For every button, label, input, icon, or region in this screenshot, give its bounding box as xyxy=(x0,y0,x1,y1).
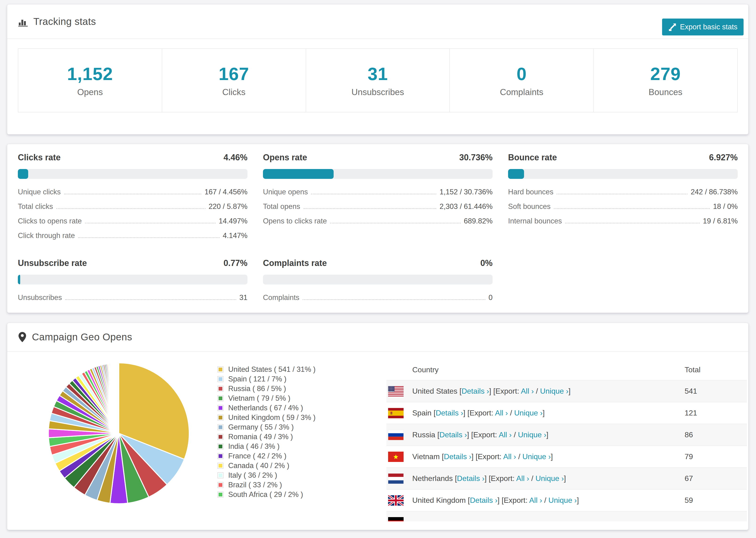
bracket: ] xyxy=(564,474,566,483)
export-unique-link[interactable]: Unique › xyxy=(522,452,551,461)
stat-box-complaints: 0Complaints xyxy=(449,48,594,112)
metric-value: 242 / 86.738% xyxy=(691,188,738,196)
legend-swatch xyxy=(217,414,224,421)
stat-label: Opens xyxy=(77,87,103,97)
dotted-leader xyxy=(85,223,215,224)
total-cell: 121 xyxy=(685,409,697,417)
total-cell: 67 xyxy=(685,474,693,483)
dotted-leader xyxy=(554,208,710,209)
opens-rate-block: Opens rate 30.736% Unique opens1,152 / 3… xyxy=(263,153,493,246)
complaints-rate-progressbar xyxy=(263,275,493,285)
clicks-rate-progressbar xyxy=(18,169,247,179)
geo-table-row-united-kingdom: United Kingdom [Details ›] [Export: All … xyxy=(387,489,747,511)
export-all-link[interactable]: All › xyxy=(503,452,516,461)
country-name: Russia xyxy=(412,430,437,439)
legend-item-france: France ( 42 / 2% ) xyxy=(217,451,315,461)
opens-rate-progressbar xyxy=(263,169,493,179)
export-all-link[interactable]: All › xyxy=(495,409,508,417)
legend-label: Brazil ( 33 / 2% ) xyxy=(228,481,282,489)
stat-value: 1,152 xyxy=(67,64,113,84)
export-unique-link[interactable]: Unique › xyxy=(514,409,543,417)
metric-value: 167 / 4.456% xyxy=(204,188,247,196)
legend-label: Canada ( 40 / 2% ) xyxy=(228,461,289,470)
legend-label: Romania ( 49 / 3% ) xyxy=(228,433,293,441)
export-all-link[interactable]: All › xyxy=(521,387,534,395)
separator: / xyxy=(516,452,522,461)
bracket: ] xyxy=(551,452,553,461)
legend-item-germany: Germany ( 55 / 3% ) xyxy=(217,422,315,432)
stat-value: 31 xyxy=(368,64,388,84)
bounce-rate-block: Bounce rate 6.927% Hard bounces242 / 86.… xyxy=(508,153,738,246)
rates-card: Clicks rate 4.46% Unique clicks167 / 4.4… xyxy=(7,144,748,313)
export-all-link[interactable]: All › xyxy=(499,430,512,439)
legend-label: Germany ( 55 / 3% ) xyxy=(228,423,294,431)
stat-value: 279 xyxy=(650,64,681,84)
legend-item-spain: Spain ( 121 / 7% ) xyxy=(217,374,315,384)
total-cell: 79 xyxy=(685,452,693,461)
metric-row: Unsubscribes31 xyxy=(18,294,247,302)
export-unique-link[interactable]: Unique › xyxy=(518,430,546,439)
vn-flag-icon xyxy=(388,452,404,462)
bracket: ] xyxy=(485,474,489,483)
campaign-geo-opens-card: Campaign Geo Opens United States ( 541 /… xyxy=(7,323,748,530)
details-link[interactable]: Details › xyxy=(444,452,471,461)
bracket: ] xyxy=(546,430,549,439)
metric-label: Unique clicks xyxy=(18,188,61,196)
clicks-rate-title: Clicks rate xyxy=(18,153,61,162)
export-prefix: [Export: xyxy=(476,452,503,461)
legend-swatch xyxy=(217,463,224,469)
export-prefix: [Export: xyxy=(502,496,529,505)
export-all-link[interactable]: All › xyxy=(516,474,529,483)
export-unique-link[interactable]: Unique › xyxy=(549,496,577,505)
de-flag-icon xyxy=(388,517,404,521)
country-cell: Netherlands [Details ›] [Export: All › /… xyxy=(412,474,566,483)
legend-swatch xyxy=(217,405,224,411)
metric-value: 31 xyxy=(240,294,247,302)
legend-item-romania: Romania ( 49 / 3% ) xyxy=(217,432,315,442)
geo-table-row-united-states: United States [Details ›] [Export: All ›… xyxy=(387,380,747,402)
bounce-rate-title: Bounce rate xyxy=(508,153,557,162)
legend-item-united-kingdom: United Kingdom ( 59 / 3% ) xyxy=(217,413,315,422)
export-all-link[interactable]: All › xyxy=(529,496,542,505)
country-name: United States xyxy=(412,387,459,395)
opens-rate-value: 30.736% xyxy=(459,153,493,162)
metric-value: 0 xyxy=(489,294,493,302)
opens-rate-title: Opens rate xyxy=(263,153,307,162)
geo-table-header: Country Total xyxy=(387,359,747,380)
details-link[interactable]: Details › xyxy=(470,496,497,505)
metric-label: Complaints xyxy=(263,294,299,302)
separator: / xyxy=(508,409,514,417)
metric-row: Hard bounces242 / 86.738% xyxy=(508,188,738,196)
details-link[interactable]: Details › xyxy=(440,430,467,439)
legend-label: India ( 46 / 3% ) xyxy=(228,442,280,451)
metric-row: Unique clicks167 / 4.456% xyxy=(18,188,247,196)
details-link[interactable]: Details › xyxy=(461,387,489,395)
bracket: ] xyxy=(471,452,476,461)
export-unique-link[interactable]: Unique › xyxy=(540,387,568,395)
metric-label: Total opens xyxy=(263,202,300,211)
rates-grid-top: Clicks rate 4.46% Unique clicks167 / 4.4… xyxy=(18,153,738,246)
legend-swatch xyxy=(217,395,224,402)
export-basic-stats-button[interactable]: Export basic stats xyxy=(662,19,743,35)
export-unique-link[interactable]: Unique › xyxy=(536,474,564,483)
rates-grid-empty-cell xyxy=(508,258,738,308)
dotted-leader xyxy=(311,194,436,194)
us-flag-icon xyxy=(388,386,404,397)
details-link[interactable]: Details › xyxy=(436,409,463,417)
complaints-rate-metrics: Complaints0 xyxy=(263,294,493,302)
export-prefix: [Export: xyxy=(471,430,499,439)
nl-flag-icon xyxy=(388,473,404,484)
bracket: [ xyxy=(459,387,461,395)
dotted-leader xyxy=(64,194,201,194)
legend-swatch xyxy=(217,453,224,459)
export-button-label: Export basic stats xyxy=(680,23,737,31)
geo-table-row-de xyxy=(387,511,747,521)
geo-table-row-spain: Spain [Details ›] [Export: All › / Uniqu… xyxy=(387,402,747,424)
country-cell: United States [Details ›] [Export: All ›… xyxy=(412,387,570,396)
legend-swatch xyxy=(217,443,224,450)
metric-row: Clicks to opens rate14.497% xyxy=(18,217,247,225)
clicks-rate-metrics: Unique clicks167 / 4.456%Total clicks220… xyxy=(18,188,247,240)
metric-row: Opens to clicks rate689.82% xyxy=(263,217,493,225)
details-link[interactable]: Details › xyxy=(457,474,484,483)
metric-row: Total clicks220 / 5.87% xyxy=(18,202,247,211)
